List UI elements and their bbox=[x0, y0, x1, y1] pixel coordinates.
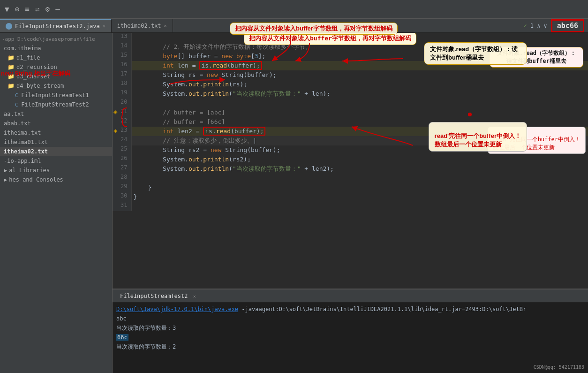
sidebar-project-root[interactable]: -app D:\code\javasepromax\file bbox=[0, 35, 112, 44]
table-row: 28 bbox=[113, 174, 588, 183]
sidebar-item-d1-file[interactable]: 📁 d1_file bbox=[0, 53, 112, 62]
keyword: new bbox=[207, 71, 218, 78]
code-content: System.out.println(rs); bbox=[131, 80, 588, 89]
toolbar-back-icon[interactable]: ▼ bbox=[5, 5, 9, 14]
table-row: 17 String rs = new String(buffer); bbox=[113, 70, 588, 80]
sidebar-item-al-libraries[interactable]: ▶ al Libraries bbox=[0, 166, 112, 175]
folder-icon-d3: 📁 bbox=[8, 73, 15, 80]
string-literal: "当次读取的字节数量：" bbox=[233, 165, 301, 172]
table-row: 25 String rs2 = new String(buffer); bbox=[113, 145, 588, 155]
tab-close-itheima02[interactable]: ✕ bbox=[164, 23, 167, 28]
toolbar-add-icon[interactable]: ⊕ bbox=[15, 5, 20, 14]
tab-bar: FileInputStreamTest2.java ✕ itheima02.tx… bbox=[0, 19, 588, 33]
code-content bbox=[131, 202, 588, 211]
table-row: 26 System.out.println(rs2); bbox=[113, 155, 588, 164]
code-content: // 2、开始读文件中的字节数据：每次读取多个字节。 bbox=[131, 42, 588, 52]
table-row: 29 } bbox=[113, 183, 588, 192]
keyword: byte bbox=[236, 53, 251, 60]
sidebar-item-hes-consoles[interactable]: ▶ hes and Consoles bbox=[0, 175, 112, 184]
folder-icon-d4: 📁 bbox=[8, 83, 15, 89]
run-args: -javaagent:D:\soft\JetBrains\IntelliJIDE… bbox=[241, 306, 526, 312]
line-number: 17 bbox=[113, 70, 131, 80]
checkmark-icon: ✓ bbox=[523, 23, 527, 29]
tab-label-itheima02: itheima02.txt bbox=[117, 23, 161, 29]
method-name: println bbox=[203, 156, 229, 163]
sidebar-item-itheima-txt[interactable]: itheima.txt bbox=[0, 128, 112, 137]
line-number: 26 bbox=[113, 155, 131, 164]
sidebar: -app D:\code\javasepromax\file com.ithei… bbox=[0, 33, 113, 373]
toolbar-swap-icon[interactable]: ⇌ bbox=[35, 5, 40, 14]
tab-itheima02[interactable]: itheima02.txt ✕ bbox=[112, 19, 173, 32]
number-literal: 3 bbox=[255, 53, 258, 60]
code-content: System.out.println("当次读取的字节数量：" + len); bbox=[131, 89, 588, 99]
down-arrow-icon[interactable]: ∨ bbox=[544, 23, 547, 29]
line-number: 23 bbox=[113, 127, 131, 136]
line-number: 24 bbox=[113, 136, 131, 145]
bottom-tab-run[interactable]: FileInputStreamTest2 ✕ bbox=[116, 292, 200, 300]
folder-icon-d2: 📁 bbox=[8, 64, 15, 70]
sidebar-item-aa-txt[interactable]: aa.txt bbox=[0, 109, 112, 119]
line-number: 14 bbox=[113, 42, 131, 52]
java-icon-test1: C bbox=[15, 92, 21, 99]
is-read-buffer-highlight: is.read(buffer); bbox=[199, 61, 262, 70]
comment-text: // buffer = [abc] bbox=[163, 109, 225, 116]
abc66-box: abc66 bbox=[551, 19, 584, 32]
line-number: 30 bbox=[113, 192, 131, 202]
code-and-bottom: 13 14 // 2、开始读文件中的字节数据：每次读取多个字节。 15 byte… bbox=[113, 33, 588, 373]
tab-fileinputstreamtest2[interactable]: FileInputStreamTest2.java ✕ bbox=[0, 19, 112, 32]
tab-label-fileinputstreamtest2: FileInputStreamTest2.java bbox=[15, 23, 100, 30]
table-row: 20 bbox=[113, 99, 588, 108]
method-name: println bbox=[203, 165, 229, 172]
code-content bbox=[131, 174, 588, 183]
java-exe-link[interactable]: D:\soft\Java\jdk-17.0.1\bin\java.exe bbox=[116, 306, 238, 312]
line-number: 20 bbox=[113, 99, 131, 108]
comment-text: // buffer = [66c] bbox=[163, 118, 225, 125]
table-row: 31 bbox=[113, 202, 588, 211]
code-content bbox=[131, 99, 588, 108]
method-name: read bbox=[216, 128, 231, 135]
bottom-tab-close-icon[interactable]: ✕ bbox=[193, 294, 196, 299]
sidebar-item-abab-txt[interactable]: abab.txt bbox=[0, 119, 112, 128]
line-number: 19 bbox=[113, 89, 131, 99]
table-row: 18 System.out.println(rs); bbox=[113, 80, 588, 89]
sidebar-item-fileinputstreamtest2[interactable]: C FileInputStreamTest2 bbox=[0, 100, 112, 109]
code-content: int len2 = is.read(buffer); bbox=[131, 127, 588, 136]
abc66-label: abc66 bbox=[557, 22, 578, 30]
code-content: // buffer = [66c] bbox=[131, 117, 588, 127]
method-name: println bbox=[203, 90, 229, 97]
sidebar-item-itheima01-txt[interactable]: itheima01.txt bbox=[0, 137, 112, 147]
line-number: 15 bbox=[113, 52, 131, 61]
code-content: } bbox=[131, 192, 588, 202]
line-number: 31 bbox=[113, 202, 131, 211]
sidebar-item-d3-charset[interactable]: 📁 d3_charset bbox=[0, 72, 112, 81]
line-number: 25 bbox=[113, 145, 131, 155]
console-output-66c: 66c bbox=[116, 333, 584, 342]
toolbar-menu-icon[interactable]: ≡ bbox=[25, 5, 30, 14]
sidebar-item-io-app-iml[interactable]: -io-app.iml bbox=[0, 156, 112, 166]
method-name: read bbox=[212, 62, 227, 69]
code-content bbox=[131, 33, 588, 42]
tab-close-fileinputstreamtest2[interactable]: ✕ bbox=[103, 23, 106, 29]
toolbar-settings-icon[interactable]: ⚙ bbox=[45, 5, 50, 14]
table-row: 22 // buffer = [66c] bbox=[113, 117, 588, 127]
folder-icon-d1: 📁 bbox=[8, 54, 15, 61]
up-arrow-icon[interactable]: ∧ bbox=[537, 23, 540, 29]
table-row: 16 int len = is.read(buffer); bbox=[113, 61, 588, 70]
cursor: | bbox=[253, 137, 257, 144]
sidebar-item-com-itheima[interactable]: com.itheima bbox=[0, 44, 112, 53]
keyword-int: int bbox=[163, 62, 173, 69]
keyword: new bbox=[211, 146, 221, 153]
console-run-line: D:\soft\Java\jdk-17.0.1\bin\java.exe -ja… bbox=[116, 304, 584, 314]
code-content: int len = is.read(buffer); bbox=[131, 61, 588, 70]
sidebar-item-d2-recursion[interactable]: 📁 d2_recursion bbox=[0, 62, 112, 72]
console-output-abc: abc bbox=[116, 314, 584, 323]
sidebar-item-itheima02-txt[interactable]: itheima02.txt bbox=[0, 147, 112, 156]
toolbar-minimize-icon[interactable]: — bbox=[55, 5, 60, 14]
code-content: // 注意：读取多少，倒出多少。| bbox=[131, 136, 588, 145]
csdn-watermark: CSDN@qq: 542171183 bbox=[534, 363, 584, 372]
code-content: } bbox=[131, 183, 588, 192]
code-content: // buffer = [abc] bbox=[131, 108, 588, 117]
string-literal: "当次读取的字节数量：" bbox=[233, 90, 301, 97]
sidebar-item-fileinputstreamtest1[interactable]: C FileInputStreamTest1 bbox=[0, 91, 112, 100]
sidebar-item-d4-byte-stream[interactable]: 📁 d4_byte_stream bbox=[0, 81, 112, 91]
